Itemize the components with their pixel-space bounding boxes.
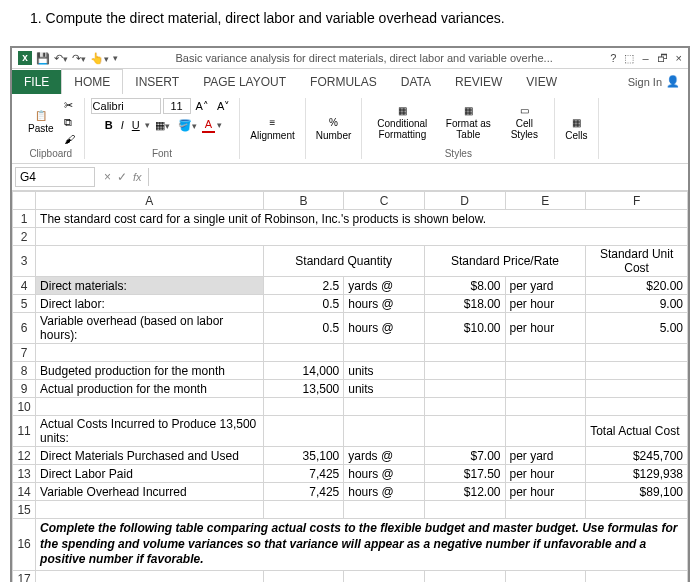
cell[interactable]: Variable overhead (based on labor hours)…: [36, 313, 263, 344]
cell[interactable]: 13,500: [263, 380, 344, 398]
cell[interactable]: [505, 570, 586, 582]
cell[interactable]: Total Actual Cost: [586, 416, 688, 447]
cell[interactable]: Standard Quantity: [263, 246, 424, 277]
font-color-icon[interactable]: A: [202, 117, 215, 133]
shrink-font-icon[interactable]: A˅: [214, 99, 233, 114]
tab-file[interactable]: FILE: [12, 70, 61, 94]
cell[interactable]: [424, 416, 505, 447]
format-as-table-button[interactable]: ▦ Format as Table: [439, 103, 497, 142]
col-header-C[interactable]: C: [344, 192, 425, 210]
cell[interactable]: [586, 344, 688, 362]
fill-color-icon[interactable]: 🪣▾: [175, 118, 200, 133]
cells-button[interactable]: ▦ Cells: [561, 115, 591, 143]
cell[interactable]: [505, 398, 586, 416]
cell[interactable]: units: [344, 380, 425, 398]
bold-button[interactable]: B: [102, 118, 116, 132]
cell[interactable]: [586, 380, 688, 398]
ribbon-display-icon[interactable]: ⬚: [624, 52, 634, 65]
cell[interactable]: [586, 398, 688, 416]
cell[interactable]: $20.00: [586, 277, 688, 295]
cell[interactable]: per yard: [505, 447, 586, 465]
cell[interactable]: $18.00: [424, 295, 505, 313]
cell[interactable]: [424, 501, 505, 519]
col-header-D[interactable]: D: [424, 192, 505, 210]
cell[interactable]: [505, 501, 586, 519]
cell[interactable]: [36, 570, 263, 582]
cell[interactable]: Budgeted production for the month: [36, 362, 263, 380]
number-button[interactable]: % Number: [312, 115, 356, 143]
cell[interactable]: [586, 570, 688, 582]
cell[interactable]: yards @: [344, 277, 425, 295]
tab-view[interactable]: VIEW: [514, 70, 569, 94]
help-icon[interactable]: ?: [610, 52, 616, 65]
maximize-icon[interactable]: 🗗: [657, 52, 668, 65]
tab-formulas[interactable]: FORMULAS: [298, 70, 389, 94]
cell[interactable]: [263, 416, 344, 447]
paste-button[interactable]: 📋 Paste: [24, 108, 58, 136]
save-icon[interactable]: 💾: [36, 52, 50, 65]
cell[interactable]: $12.00: [424, 483, 505, 501]
tab-insert[interactable]: INSERT: [123, 70, 191, 94]
cell[interactable]: yards @: [344, 447, 425, 465]
cell[interactable]: Standard Unit Cost: [586, 246, 688, 277]
tab-review[interactable]: REVIEW: [443, 70, 514, 94]
worksheet[interactable]: A B C D E F 1The standard cost card for …: [12, 191, 688, 582]
cell[interactable]: per hour: [505, 313, 586, 344]
cell[interactable]: [505, 380, 586, 398]
borders-icon[interactable]: ▦▾: [152, 118, 173, 133]
touch-mode-icon[interactable]: 👆▾: [90, 52, 109, 65]
sign-in[interactable]: Sign In👤: [620, 71, 688, 92]
cell[interactable]: $17.50: [424, 465, 505, 483]
cell-styles-button[interactable]: ▭ Cell Styles: [500, 103, 548, 142]
cell[interactable]: Complete the following table comparing a…: [36, 519, 688, 571]
cell[interactable]: $89,100: [586, 483, 688, 501]
cell[interactable]: [505, 344, 586, 362]
cell[interactable]: The standard cost card for a single unit…: [36, 210, 688, 228]
cell[interactable]: [36, 398, 263, 416]
cell[interactable]: [505, 416, 586, 447]
cut-icon[interactable]: ✂: [61, 98, 78, 113]
cell[interactable]: hours @: [344, 295, 425, 313]
cell[interactable]: Direct Labor Paid: [36, 465, 263, 483]
cell[interactable]: $10.00: [424, 313, 505, 344]
cell[interactable]: hours @: [344, 483, 425, 501]
cell[interactable]: [263, 570, 344, 582]
cell[interactable]: $245,700: [586, 447, 688, 465]
underline-button[interactable]: U: [129, 118, 143, 132]
cell[interactable]: 7,425: [263, 483, 344, 501]
cell[interactable]: [36, 501, 263, 519]
name-box[interactable]: [15, 167, 95, 187]
fx-icon[interactable]: fx: [133, 171, 142, 183]
cell[interactable]: Variable Overhead Incurred: [36, 483, 263, 501]
tab-data[interactable]: DATA: [389, 70, 443, 94]
undo-icon[interactable]: ↶▾: [54, 52, 68, 65]
cell[interactable]: [505, 362, 586, 380]
cell[interactable]: [263, 398, 344, 416]
cell[interactable]: Standard Price/Rate: [424, 246, 585, 277]
col-header-E[interactable]: E: [505, 192, 586, 210]
cell[interactable]: [424, 362, 505, 380]
cell[interactable]: [344, 501, 425, 519]
cell[interactable]: Direct materials:: [36, 277, 263, 295]
format-painter-icon[interactable]: 🖌: [61, 132, 78, 146]
cell[interactable]: 7,425: [263, 465, 344, 483]
cell[interactable]: [36, 344, 263, 362]
cell[interactable]: [424, 380, 505, 398]
cell[interactable]: hours @: [344, 465, 425, 483]
enter-icon[interactable]: ✓: [117, 170, 127, 184]
alignment-button[interactable]: ≡ Alignment: [246, 115, 298, 143]
minimize-icon[interactable]: –: [642, 52, 648, 65]
formula-input[interactable]: [148, 168, 682, 186]
italic-button[interactable]: I: [118, 118, 127, 132]
cell[interactable]: 9.00: [586, 295, 688, 313]
col-header-F[interactable]: F: [586, 192, 688, 210]
tab-pagelayout[interactable]: PAGE LAYOUT: [191, 70, 298, 94]
cell[interactable]: units: [344, 362, 425, 380]
cell[interactable]: [586, 362, 688, 380]
cell[interactable]: [36, 228, 688, 246]
col-header-A[interactable]: A: [36, 192, 263, 210]
cell[interactable]: Actual production for the month: [36, 380, 263, 398]
cell[interactable]: Actual Costs Incurred to Produce 13,500 …: [36, 416, 263, 447]
tab-home[interactable]: HOME: [61, 69, 123, 94]
font-size-select[interactable]: [163, 98, 191, 114]
